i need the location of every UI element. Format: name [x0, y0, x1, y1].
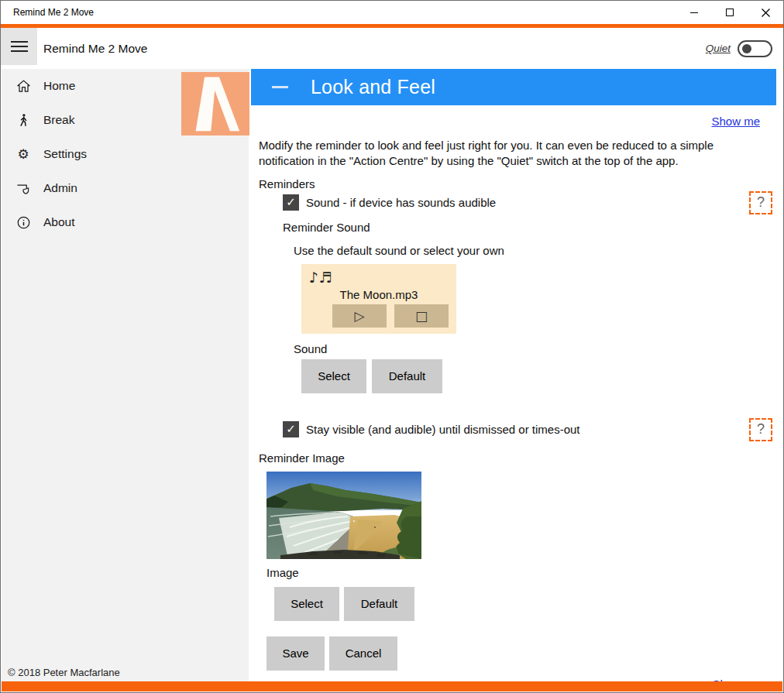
home-icon	[15, 78, 31, 94]
reminder-image-label: Reminder Image	[259, 451, 345, 465]
show-me-link[interactable]: Show me	[711, 115, 760, 128]
sidebar-item-label: Settings	[43, 147, 87, 161]
sound-select-button[interactable]: Select	[301, 359, 366, 393]
app-header: Remind Me 2 Move Quiet	[1, 28, 783, 69]
stay-visible-checkbox[interactable]: ✓	[283, 421, 299, 437]
hamburger-icon	[11, 41, 28, 43]
admin-shield-icon	[15, 180, 31, 196]
copyright-text: © 2018 Peter Macfarlane	[8, 667, 120, 678]
sidebar-item-label: Home	[43, 79, 75, 93]
sound-checkbox[interactable]: ✓	[283, 194, 299, 211]
sidebar-item-label: About	[43, 215, 75, 229]
maximize-button[interactable]	[712, 1, 748, 24]
stay-visible-checkbox-row: ✓ Stay visible (and audible) until dismi…	[283, 421, 772, 437]
maximize-icon	[726, 9, 734, 16]
close-button[interactable]	[748, 1, 783, 24]
sound-preview-panel: ♪♬ The Moon.mp3 ▷ □	[301, 264, 456, 334]
window-controls	[676, 1, 783, 24]
titlebar: Remind Me 2 Move	[1, 1, 783, 24]
close-icon	[762, 9, 770, 17]
sound-default-button[interactable]: Default	[372, 359, 442, 393]
sound-help-button[interactable]: ?	[749, 191, 772, 214]
sound-group-label: Sound	[294, 342, 327, 355]
cancel-button[interactable]: Cancel	[329, 636, 397, 671]
app-title: Remind Me 2 Move	[43, 28, 147, 69]
show-me-row: Show me	[249, 115, 760, 129]
minimize-icon	[690, 12, 698, 13]
music-notes-icon: ♪♬	[309, 269, 332, 286]
sidebar-item-label: Break	[43, 113, 75, 127]
sidebar-item-admin[interactable]: Admin	[2, 171, 249, 205]
intro-text: Modify the reminder to look and feel jus…	[259, 138, 738, 170]
save-button-row: Save Cancel	[266, 636, 397, 671]
sidebar-item-settings[interactable]: ⚙ Settings	[2, 137, 249, 171]
app-logo	[181, 72, 249, 136]
sound-hint-text: Use the default sound or select your own	[294, 244, 504, 257]
play-button[interactable]: ▷	[332, 304, 387, 328]
image-button-row: Select Default	[274, 587, 414, 621]
window-title: Remind Me 2 Move	[13, 1, 94, 24]
reminder-image-preview	[266, 472, 421, 559]
sidebar-item-label: Admin	[43, 181, 77, 195]
sound-filename: The Moon.mp3	[301, 288, 456, 301]
quiet-toggle[interactable]	[738, 40, 772, 57]
stay-visible-help-button[interactable]: ?	[749, 418, 772, 441]
stop-button[interactable]: □	[394, 304, 449, 328]
toggle-knob	[742, 44, 751, 53]
info-icon	[15, 214, 31, 230]
minimize-button[interactable]	[676, 1, 712, 24]
checkmark-icon: ✓	[286, 424, 296, 435]
sound-checkbox-label: Sound - if device has sounds audible	[306, 196, 496, 209]
save-button[interactable]: Save	[266, 636, 325, 671]
player-buttons: ▷ □	[332, 304, 449, 328]
sidebar: Home Break ⚙ Settings Admin	[2, 69, 249, 681]
sound-button-row: Select Default	[301, 359, 442, 393]
quiet-control: Quiet	[706, 28, 772, 69]
reminders-label: Reminders	[259, 177, 315, 190]
walking-person-icon	[15, 112, 31, 128]
accent-bottom-bar	[2, 681, 782, 691]
quiet-link[interactable]: Quiet	[706, 43, 731, 54]
lambda-logo-icon	[181, 72, 249, 136]
app-window: Remind Me 2 Move Remind Me 2 Move Quiet	[0, 0, 784, 693]
sound-checkbox-row: ✓ Sound - if device has sounds audible ?	[283, 194, 772, 211]
gear-icon: ⚙	[15, 146, 31, 162]
hamburger-menu-button[interactable]	[1, 28, 37, 65]
image-default-button[interactable]: Default	[344, 587, 414, 621]
checkmark-icon: ✓	[286, 197, 296, 208]
page-title: Look and Feel	[311, 76, 435, 98]
main-content: Look and Feel Show me Modify the reminde…	[249, 69, 782, 681]
stay-visible-checkbox-label: Stay visible (and audible) until dismiss…	[306, 423, 580, 436]
section-header: Look and Feel	[251, 69, 776, 105]
image-group-label: Image	[266, 566, 299, 579]
image-select-button[interactable]: Select	[274, 587, 339, 621]
reminder-sound-label: Reminder Sound	[283, 221, 370, 234]
sidebar-item-about[interactable]: About	[2, 205, 249, 239]
collapse-section-icon[interactable]	[272, 86, 288, 88]
